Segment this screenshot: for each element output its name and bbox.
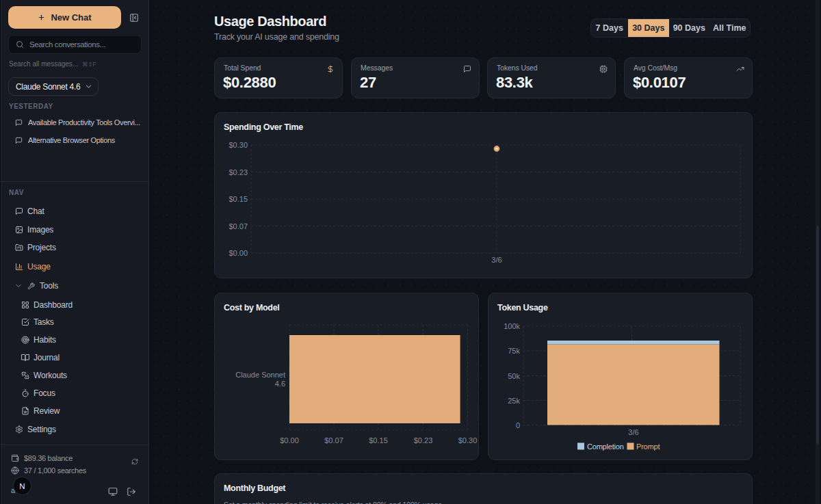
svg-text:$0.23: $0.23 [229, 168, 248, 176]
svg-text:100k: 100k [504, 322, 520, 330]
svg-text:Completion: Completion [587, 442, 624, 451]
svg-text:$0.00: $0.00 [229, 249, 248, 257]
svg-text:$0.30: $0.30 [458, 436, 478, 445]
svg-text:$0.15: $0.15 [229, 195, 248, 203]
svg-text:$0.23: $0.23 [414, 436, 433, 445]
svg-text:Prompt: Prompt [636, 442, 660, 451]
svg-text:3/6: 3/6 [491, 256, 501, 264]
svg-text:4.6: 4.6 [275, 380, 285, 388]
svg-text:$0.07: $0.07 [324, 436, 343, 445]
svg-text:$0.30: $0.30 [229, 141, 248, 149]
svg-text:0: 0 [516, 421, 520, 429]
svg-text:Claude Sonnet: Claude Sonnet [235, 371, 285, 379]
svg-text:3/6: 3/6 [628, 428, 638, 436]
svg-text:75k: 75k [508, 347, 520, 355]
svg-text:$0.00: $0.00 [280, 436, 299, 445]
svg-text:$0.07: $0.07 [229, 222, 248, 230]
svg-text:$0.15: $0.15 [369, 436, 388, 445]
svg-text:25k: 25k [508, 397, 520, 405]
svg-text:50k: 50k [508, 372, 520, 380]
